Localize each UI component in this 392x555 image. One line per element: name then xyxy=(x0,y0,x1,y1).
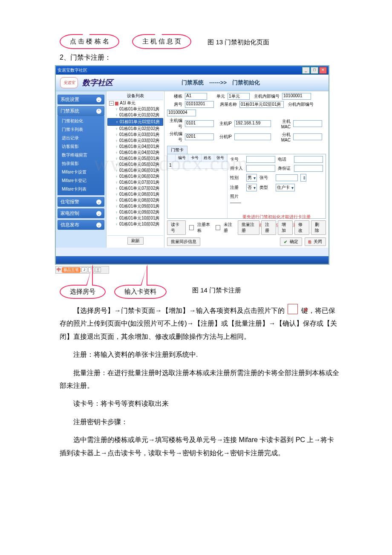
tree-row[interactable]: ♀01栋01单元08层02房 xyxy=(107,197,163,203)
maximize-button[interactable]: □ xyxy=(311,67,318,74)
ime-toolbar[interactable]: 中 极品五笔 J ” 三 xyxy=(55,266,109,274)
sidebar-nav: 系统设置 ⌄ 门禁系统 ⌃ 门禁初始化 门禁卡列表 进出记录 访客留影 数字终端… xyxy=(56,91,106,248)
input-room-name[interactable]: 01栋01单元02层01房 xyxy=(239,101,284,108)
paragraph-6: 选中需注册的楼栋或单元→填写楼栋号及单元号→连接 Mifare 卡读卡器到 PC… xyxy=(60,434,341,460)
brand-title: 数字社区 xyxy=(82,78,113,88)
nav-item-mifare-list[interactable]: Mifare卡列表 xyxy=(58,185,104,194)
nav-item-inout[interactable]: 进出记录 xyxy=(58,134,104,142)
close-panel-button[interactable]: 关闭 xyxy=(305,237,326,246)
tree-row[interactable]: ♀01栋01单元09层02房 xyxy=(107,209,163,215)
input-building[interactable]: A1 xyxy=(185,93,207,100)
close-button[interactable]: ✕ xyxy=(319,67,327,74)
ime-seg[interactable]: 三 xyxy=(95,267,101,272)
checkbox-unreg[interactable] xyxy=(216,225,220,230)
register-button[interactable]: 注册 xyxy=(261,220,276,235)
modify-button[interactable]: 修改 xyxy=(294,220,309,235)
batch-sync-button[interactable]: 批量同步信息 xyxy=(167,237,200,246)
tree-row[interactable]: ♀01栋01单元03层01房 xyxy=(107,132,163,138)
photo-upload-button[interactable] xyxy=(230,202,241,203)
input-host-mac[interactable] xyxy=(293,120,322,127)
tree-row[interactable]: ♀01栋01单元02层02房 xyxy=(107,126,163,132)
input-phone[interactable] xyxy=(294,156,323,163)
window-title: 安居宝数字社区 xyxy=(58,67,87,73)
tree-row[interactable]: ♀01栋01单元04层02房 xyxy=(107,150,163,156)
callout-select-room: 选择房号 xyxy=(60,285,106,299)
label-photo: 照片 xyxy=(230,194,244,199)
delete-button[interactable]: 删除 xyxy=(311,220,326,235)
tree-row[interactable]: ♀01栋01单元10层02房 xyxy=(107,221,163,227)
tree-row[interactable]: ♀01栋01单元09层01房 xyxy=(107,203,163,209)
nav-item-init[interactable]: 门禁初始化 xyxy=(58,117,104,125)
select-sex[interactable]: 男▾ xyxy=(246,174,257,182)
nav-item-record[interactable]: 拍录留影 xyxy=(58,159,104,168)
label-holder: 持卡人 xyxy=(230,165,244,171)
input-host-no[interactable]: 0101 xyxy=(185,120,214,127)
node-icon: ♀ xyxy=(115,132,118,138)
nav-group-alarm[interactable]: 住宅报警 ⌄ xyxy=(58,197,104,207)
input-host-internal[interactable]: 10100001 xyxy=(282,93,311,100)
label-register: 注册 xyxy=(230,185,244,191)
label-host-mac: 主机MAC xyxy=(274,119,291,129)
tree-row[interactable]: ♀01栋01单元04层01房 xyxy=(107,144,163,150)
stepper-zhang[interactable]: ⇕ xyxy=(300,174,306,182)
node-icon: ♀ xyxy=(115,197,118,203)
nav-item-cardlist[interactable]: 门禁卡列表 xyxy=(58,125,104,134)
device-tree[interactable]: − ▆ A1l 单元 ♀01栋01单元01层01房 ♀01栋01单元01层02房… xyxy=(107,100,163,235)
tree-row[interactable]: ♀01栋01单元03层02房 xyxy=(107,138,163,144)
ok-button[interactable]: 确定 xyxy=(280,237,302,246)
col-cardno: 卡号 xyxy=(188,154,201,162)
input-zhang[interactable] xyxy=(276,174,298,181)
minimize-button[interactable]: _ xyxy=(302,67,310,74)
nav-item-terminal-msg[interactable]: 数字终端留言 xyxy=(58,151,104,159)
tree-root[interactable]: − ▆ A1l 单元 xyxy=(107,100,163,106)
batch-register-button[interactable]: 批量注册 xyxy=(238,220,260,235)
node-icon: ♀ xyxy=(115,119,118,125)
node-icon: ♀ xyxy=(115,215,118,221)
add-button[interactable]: 增加 xyxy=(278,220,293,235)
checkbox-reg-this[interactable] xyxy=(189,225,194,230)
nav-group-system[interactable]: 系统设置 ⌄ xyxy=(58,95,104,104)
chevron-down-icon: ▾ xyxy=(254,185,256,190)
input-room[interactable]: 01010201 xyxy=(185,101,214,108)
nav-group-label: 门禁系统 xyxy=(61,108,79,114)
tree-row[interactable]: ♀01栋01单元10层01房 xyxy=(107,215,163,221)
input-ext-internal[interactable]: 10100004 xyxy=(167,110,196,116)
ime-name: 极品五笔 xyxy=(62,267,81,273)
nav-group-access[interactable]: 门禁系统 ⌃ xyxy=(58,106,104,116)
select-register[interactable]: 否▾ xyxy=(246,184,257,191)
input-ext-mac[interactable] xyxy=(293,133,322,140)
tree-row[interactable]: ♀01栋01单元05层02房 xyxy=(107,162,163,168)
nav-item-mifare-set[interactable]: Mifare卡设置 xyxy=(58,168,104,176)
input-host-ip[interactable]: 192.168.1.59 xyxy=(234,120,271,127)
nav-group-info[interactable]: 信息发布 ⌄ xyxy=(58,220,104,230)
select-type[interactable]: 住户卡▾ xyxy=(276,184,295,191)
grid-first-cell[interactable]: 1 xyxy=(167,162,227,169)
tree-row-selected[interactable]: ♀01栋01单元02层01房 xyxy=(107,118,163,126)
input-holder[interactable] xyxy=(246,165,275,172)
tree-row[interactable]: ♀01栋01单元06层01房 xyxy=(107,168,163,173)
callout-click-building: 点 击 楼 栋 名 xyxy=(60,34,119,49)
tab-access-card[interactable]: 门禁卡 xyxy=(167,146,187,154)
tree-row[interactable]: ♀01栋01单元01层01房 xyxy=(107,106,163,112)
nav-group-appliance[interactable]: 家电控制 ⌄ xyxy=(58,208,104,218)
read-card-button[interactable]: 读卡号 xyxy=(167,220,186,235)
refresh-button[interactable]: 刷新 xyxy=(127,237,144,245)
tree-row[interactable]: ♀01栋01单元05层01房 xyxy=(107,156,163,162)
tree-row[interactable]: ♀01栋01单元01层02房 xyxy=(107,112,163,118)
tree-row[interactable]: ♀01栋01单元06层02房 xyxy=(107,173,163,179)
nav-item-mifare-reg[interactable]: Mifare卡登记 xyxy=(58,176,104,185)
input-ext-ip[interactable] xyxy=(234,133,271,140)
input-ext-no[interactable]: 0201 xyxy=(185,133,214,140)
tree-row[interactable]: ♀01栋01单元07层01房 xyxy=(107,179,163,185)
collapse-icon[interactable]: − xyxy=(109,101,114,106)
tree-row[interactable]: ♀01栋01单元07层02房 xyxy=(107,185,163,191)
figure-13-caption: 图 13 门禁初始化页面 xyxy=(208,38,269,49)
label-type: 类型 xyxy=(259,185,273,191)
input-unit[interactable]: 1单元 xyxy=(228,93,250,100)
input-idcard[interactable] xyxy=(294,165,323,172)
nav-item-visitor[interactable]: 访客留影 xyxy=(58,142,104,151)
label-sex: 性别 xyxy=(230,175,244,181)
tree-row[interactable]: ♀01栋01单元08层01房 xyxy=(107,191,163,197)
input-card-no[interactable] xyxy=(246,156,275,163)
callout-text: 输入卡资料 xyxy=(124,288,156,295)
